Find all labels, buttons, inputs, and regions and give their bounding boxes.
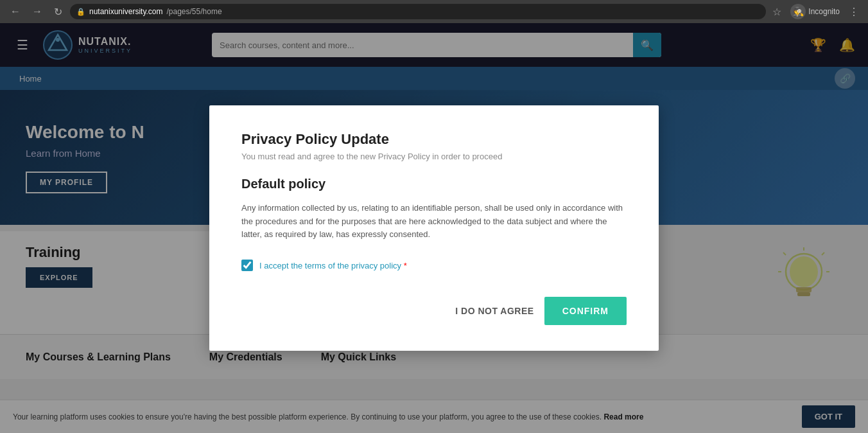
checkbox-row: I accept the terms of the privacy policy… <box>241 260 627 271</box>
incognito-label: Incognito <box>808 7 840 16</box>
modal-subtitle: You must read and agree to the new Priva… <box>241 152 627 161</box>
lock-icon: 🔒 <box>76 8 85 16</box>
incognito-avatar: 🕵 <box>790 4 806 19</box>
bookmark-button[interactable]: ☆ <box>770 3 784 21</box>
url-domain: nutanixuniversity.com <box>89 7 163 16</box>
checkbox-label: I accept the terms of the privacy policy… <box>259 261 407 270</box>
policy-title: Default policy <box>241 177 627 191</box>
url-path: /pages/55/home <box>167 7 222 16</box>
privacy-modal: Privacy Policy Update You must read and … <box>209 105 659 351</box>
browser-menu-button[interactable]: ⋮ <box>846 3 862 21</box>
incognito-area: 🕵 Incognito <box>788 1 842 22</box>
back-button[interactable]: ← <box>6 3 24 20</box>
reload-button[interactable]: ↻ <box>50 3 66 21</box>
confirm-button[interactable]: CONFIRM <box>544 297 627 325</box>
policy-text: Any information collected by us, relatin… <box>241 202 627 242</box>
do-not-agree-button[interactable]: I DO NOT AGREE <box>455 306 534 316</box>
address-bar[interactable]: 🔒 nutanixuniversity.com /pages/55/home <box>70 4 766 19</box>
browser-chrome: ← → ↻ 🔒 nutanixuniversity.com /pages/55/… <box>0 0 868 23</box>
forward-button[interactable]: → <box>28 3 46 20</box>
accept-policy-checkbox[interactable] <box>241 260 253 271</box>
modal-overlay: Privacy Policy Update You must read and … <box>0 23 868 433</box>
required-star: * <box>404 261 407 270</box>
checkbox-label-text: I accept the terms of the privacy policy <box>259 261 401 270</box>
modal-actions: I DO NOT AGREE CONFIRM <box>241 297 627 325</box>
modal-title: Privacy Policy Update <box>241 131 627 148</box>
